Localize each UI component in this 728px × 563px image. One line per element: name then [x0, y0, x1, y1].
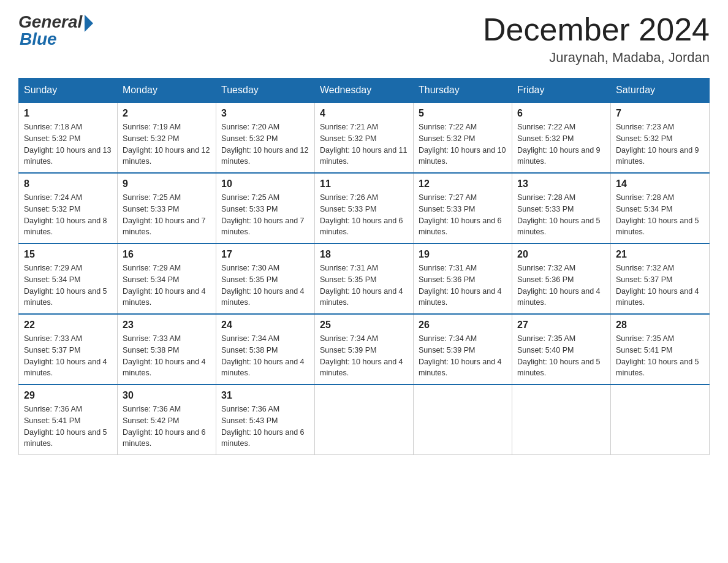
- day-info: Sunrise: 7:30 AM Sunset: 5:35 PM Dayligh…: [221, 262, 309, 308]
- calendar-table: SundayMondayTuesdayWednesdayThursdayFrid…: [18, 78, 710, 455]
- day-info: Sunrise: 7:29 AM Sunset: 5:34 PM Dayligh…: [24, 262, 112, 308]
- day-number: 18: [320, 249, 408, 260]
- day-info: Sunrise: 7:36 AM Sunset: 5:42 PM Dayligh…: [123, 404, 211, 450]
- day-number: 11: [320, 178, 408, 190]
- day-info: Sunrise: 7:36 AM Sunset: 5:41 PM Dayligh…: [24, 404, 112, 450]
- month-title: December 2024: [483, 12, 710, 47]
- column-header-sunday: Sunday: [19, 79, 118, 103]
- day-info: Sunrise: 7:27 AM Sunset: 5:33 PM Dayligh…: [419, 192, 507, 238]
- day-number: 8: [24, 178, 112, 190]
- day-info: Sunrise: 7:34 AM Sunset: 5:38 PM Dayligh…: [221, 333, 309, 379]
- day-number: 31: [221, 390, 309, 401]
- calendar-cell: 12 Sunrise: 7:27 AM Sunset: 5:33 PM Dayl…: [414, 173, 512, 243]
- day-number: 14: [616, 178, 704, 190]
- day-info: Sunrise: 7:21 AM Sunset: 5:32 PM Dayligh…: [320, 121, 408, 167]
- column-header-saturday: Saturday: [611, 79, 710, 103]
- calendar-cell: 16 Sunrise: 7:29 AM Sunset: 5:34 PM Dayl…: [118, 243, 216, 314]
- day-number: 15: [24, 249, 112, 260]
- calendar-cell: 24 Sunrise: 7:34 AM Sunset: 5:38 PM Dayl…: [216, 314, 315, 385]
- calendar-header-row: SundayMondayTuesdayWednesdayThursdayFrid…: [19, 79, 710, 103]
- day-number: 6: [517, 108, 605, 119]
- day-number: 1: [24, 108, 112, 119]
- day-info: Sunrise: 7:36 AM Sunset: 5:43 PM Dayligh…: [221, 404, 309, 450]
- day-number: 4: [320, 108, 408, 119]
- day-number: 26: [419, 320, 507, 331]
- calendar-cell: 25 Sunrise: 7:34 AM Sunset: 5:39 PM Dayl…: [315, 314, 414, 385]
- column-header-tuesday: Tuesday: [216, 79, 315, 103]
- day-number: 23: [123, 320, 211, 331]
- day-number: 29: [24, 390, 112, 401]
- calendar-cell: 21 Sunrise: 7:32 AM Sunset: 5:37 PM Dayl…: [611, 243, 710, 314]
- day-number: 25: [320, 320, 408, 331]
- day-number: 30: [123, 390, 211, 401]
- day-number: 28: [616, 320, 704, 331]
- calendar-cell: 7 Sunrise: 7:23 AM Sunset: 5:32 PM Dayli…: [611, 102, 710, 173]
- calendar-cell: 22 Sunrise: 7:33 AM Sunset: 5:37 PM Dayl…: [19, 314, 118, 385]
- calendar-week-row: 15 Sunrise: 7:29 AM Sunset: 5:34 PM Dayl…: [19, 243, 710, 314]
- location: Juraynah, Madaba, Jordan: [483, 50, 710, 66]
- calendar-cell: 23 Sunrise: 7:33 AM Sunset: 5:38 PM Dayl…: [118, 314, 216, 385]
- day-number: 21: [616, 249, 704, 260]
- day-number: 16: [123, 249, 211, 260]
- calendar-cell: 5 Sunrise: 7:22 AM Sunset: 5:32 PM Dayli…: [414, 102, 512, 173]
- day-info: Sunrise: 7:33 AM Sunset: 5:38 PM Dayligh…: [123, 333, 211, 379]
- day-info: Sunrise: 7:24 AM Sunset: 5:32 PM Dayligh…: [24, 192, 112, 238]
- calendar-cell: [611, 385, 710, 455]
- calendar-cell: 6 Sunrise: 7:22 AM Sunset: 5:32 PM Dayli…: [512, 102, 611, 173]
- calendar-cell: 10 Sunrise: 7:25 AM Sunset: 5:33 PM Dayl…: [216, 173, 315, 243]
- day-number: 17: [221, 249, 309, 260]
- calendar-week-row: 1 Sunrise: 7:18 AM Sunset: 5:32 PM Dayli…: [19, 102, 710, 173]
- day-info: Sunrise: 7:22 AM Sunset: 5:32 PM Dayligh…: [517, 121, 605, 167]
- calendar-week-row: 22 Sunrise: 7:33 AM Sunset: 5:37 PM Dayl…: [19, 314, 710, 385]
- calendar-cell: 8 Sunrise: 7:24 AM Sunset: 5:32 PM Dayli…: [19, 173, 118, 243]
- day-number: 20: [517, 249, 605, 260]
- calendar-cell: 29 Sunrise: 7:36 AM Sunset: 5:41 PM Dayl…: [19, 385, 118, 455]
- day-number: 24: [221, 320, 309, 331]
- day-number: 13: [517, 178, 605, 190]
- day-info: Sunrise: 7:25 AM Sunset: 5:33 PM Dayligh…: [221, 192, 309, 238]
- calendar-cell: 14 Sunrise: 7:28 AM Sunset: 5:34 PM Dayl…: [611, 173, 710, 243]
- day-info: Sunrise: 7:34 AM Sunset: 5:39 PM Dayligh…: [419, 333, 507, 379]
- day-number: 10: [221, 178, 309, 190]
- calendar-cell: 28 Sunrise: 7:35 AM Sunset: 5:41 PM Dayl…: [611, 314, 710, 385]
- day-number: 3: [221, 108, 309, 119]
- day-info: Sunrise: 7:29 AM Sunset: 5:34 PM Dayligh…: [123, 262, 211, 308]
- column-header-thursday: Thursday: [414, 79, 512, 103]
- day-info: Sunrise: 7:25 AM Sunset: 5:33 PM Dayligh…: [123, 192, 211, 238]
- day-info: Sunrise: 7:31 AM Sunset: 5:36 PM Dayligh…: [419, 262, 507, 308]
- calendar-cell: 15 Sunrise: 7:29 AM Sunset: 5:34 PM Dayl…: [19, 243, 118, 314]
- calendar-cell: 4 Sunrise: 7:21 AM Sunset: 5:32 PM Dayli…: [315, 102, 414, 173]
- day-number: 5: [419, 108, 507, 119]
- day-info: Sunrise: 7:20 AM Sunset: 5:32 PM Dayligh…: [221, 121, 309, 167]
- day-info: Sunrise: 7:19 AM Sunset: 5:32 PM Dayligh…: [123, 121, 211, 167]
- day-number: 2: [123, 108, 211, 119]
- calendar-cell: 30 Sunrise: 7:36 AM Sunset: 5:42 PM Dayl…: [118, 385, 216, 455]
- logo-arrow-icon: [85, 15, 93, 32]
- day-info: Sunrise: 7:28 AM Sunset: 5:34 PM Dayligh…: [616, 192, 704, 238]
- day-number: 19: [419, 249, 507, 260]
- logo: General Blue: [18, 12, 93, 49]
- calendar-cell: 18 Sunrise: 7:31 AM Sunset: 5:35 PM Dayl…: [315, 243, 414, 314]
- day-number: 7: [616, 108, 704, 119]
- calendar-cell: 27 Sunrise: 7:35 AM Sunset: 5:40 PM Dayl…: [512, 314, 611, 385]
- calendar-cell: 19 Sunrise: 7:31 AM Sunset: 5:36 PM Dayl…: [414, 243, 512, 314]
- day-info: Sunrise: 7:28 AM Sunset: 5:33 PM Dayligh…: [517, 192, 605, 238]
- day-info: Sunrise: 7:32 AM Sunset: 5:37 PM Dayligh…: [616, 262, 704, 308]
- day-info: Sunrise: 7:26 AM Sunset: 5:33 PM Dayligh…: [320, 192, 408, 238]
- calendar-cell: 9 Sunrise: 7:25 AM Sunset: 5:33 PM Dayli…: [118, 173, 216, 243]
- calendar-cell: 3 Sunrise: 7:20 AM Sunset: 5:32 PM Dayli…: [216, 102, 315, 173]
- calendar-cell: [315, 385, 414, 455]
- calendar-week-row: 8 Sunrise: 7:24 AM Sunset: 5:32 PM Dayli…: [19, 173, 710, 243]
- calendar-cell: 13 Sunrise: 7:28 AM Sunset: 5:33 PM Dayl…: [512, 173, 611, 243]
- calendar-week-row: 29 Sunrise: 7:36 AM Sunset: 5:41 PM Dayl…: [19, 385, 710, 455]
- day-info: Sunrise: 7:34 AM Sunset: 5:39 PM Dayligh…: [320, 333, 408, 379]
- day-info: Sunrise: 7:35 AM Sunset: 5:40 PM Dayligh…: [517, 333, 605, 379]
- calendar-cell: 2 Sunrise: 7:19 AM Sunset: 5:32 PM Dayli…: [118, 102, 216, 173]
- column-header-friday: Friday: [512, 79, 611, 103]
- day-info: Sunrise: 7:18 AM Sunset: 5:32 PM Dayligh…: [24, 121, 112, 167]
- calendar-cell: [414, 385, 512, 455]
- calendar-cell: 26 Sunrise: 7:34 AM Sunset: 5:39 PM Dayl…: [414, 314, 512, 385]
- day-info: Sunrise: 7:35 AM Sunset: 5:41 PM Dayligh…: [616, 333, 704, 379]
- day-number: 27: [517, 320, 605, 331]
- logo-blue-text: Blue: [20, 29, 57, 49]
